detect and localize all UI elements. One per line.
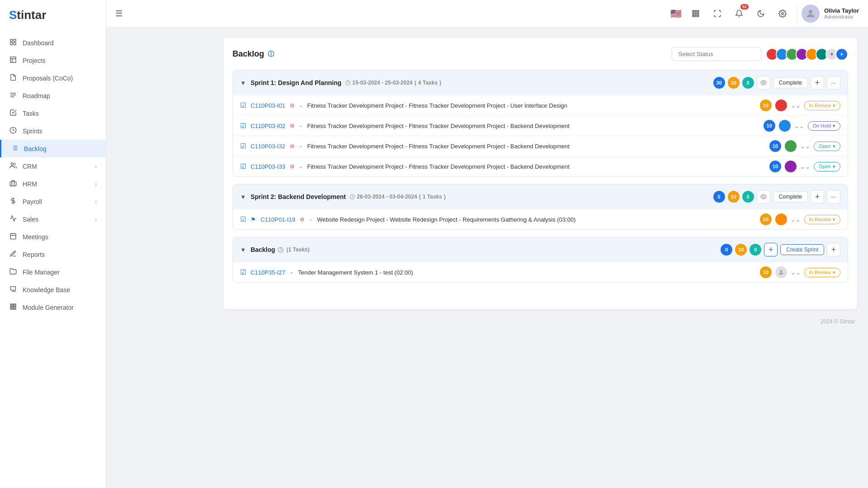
backlog-section-badges: 0 10 0 + Create Sprint + bbox=[721, 243, 840, 256]
task-id-link[interactable]: C110P03-I33 bbox=[251, 163, 285, 170]
task-name: Tender Management System 1 - test (02:00… bbox=[298, 269, 755, 276]
tasks-icon bbox=[9, 109, 17, 118]
sidebar-item-sprints[interactable]: Sprints bbox=[0, 122, 106, 140]
sidebar-item-label: Dashboard bbox=[23, 39, 54, 47]
svg-rect-28 bbox=[695, 10, 696, 12]
payroll-icon bbox=[9, 197, 17, 206]
task-checkbox[interactable]: ☑ bbox=[240, 122, 246, 130]
proposals-icon bbox=[9, 74, 17, 82]
expand-icon[interactable]: ⌄⌄ bbox=[794, 123, 804, 129]
task-checkbox[interactable]: ☑ bbox=[240, 162, 246, 171]
sprint-1-more-button[interactable]: ··· bbox=[827, 76, 840, 90]
sidebar: Stintar Dashboard Projects Proposals (Co… bbox=[0, 0, 106, 488]
sales-icon bbox=[9, 215, 17, 223]
notification-icon-button[interactable]: 52 bbox=[731, 6, 747, 21]
backlog-badge-blue: 0 bbox=[721, 244, 732, 256]
sidebar-item-projects[interactable]: Projects bbox=[0, 52, 106, 69]
task-name: Fitness Tracker Development Project - Fi… bbox=[307, 143, 765, 150]
task-status-badge[interactable]: On Hold ▾ bbox=[808, 121, 840, 131]
task-checkbox[interactable]: ☑ bbox=[240, 101, 246, 109]
task-id-link[interactable]: C110P01-I19 bbox=[261, 216, 295, 223]
sprint-collapse-icon[interactable]: ▼ bbox=[240, 194, 246, 200]
sidebar-item-module-generator[interactable]: Module Generator bbox=[0, 298, 106, 316]
language-flag[interactable]: 🇺🇸 bbox=[670, 8, 682, 19]
backlog-container: Backlog ⓘ + + ▼ bbox=[223, 38, 857, 309]
sidebar-item-label: Reports bbox=[23, 251, 45, 258]
sprint-2-status-button[interactable]: Complete bbox=[773, 191, 808, 202]
task-id-link[interactable]: C110P03-I01 bbox=[251, 102, 285, 109]
expand-icon[interactable]: ⌄⌄ bbox=[791, 102, 801, 109]
sidebar-item-roadmap[interactable]: Roadmap bbox=[0, 87, 106, 104]
sidebar-item-label: Sprints bbox=[23, 128, 43, 135]
sprint-1-add-button[interactable]: + bbox=[811, 76, 824, 90]
sidebar-item-crm[interactable]: CRM › bbox=[0, 157, 106, 175]
sprint-2-eye-button[interactable] bbox=[757, 190, 770, 204]
sidebar-item-reports[interactable]: Reports bbox=[0, 246, 106, 263]
backlog-add-small-button[interactable]: + bbox=[764, 243, 778, 256]
expand-icon[interactable]: ⌄⌄ bbox=[791, 216, 801, 223]
sprint-badge-teal: 0 bbox=[742, 77, 754, 89]
sprint-1-eye-button[interactable] bbox=[757, 76, 770, 90]
backlog-badge-teal: 0 bbox=[749, 244, 761, 256]
user-profile-button[interactable]: Olivia Taylor Administrator bbox=[797, 5, 859, 23]
sidebar-item-dashboard[interactable]: Dashboard bbox=[0, 34, 106, 52]
sprint-2-more-button[interactable]: ··· bbox=[827, 190, 840, 204]
backlog-add-button[interactable]: + bbox=[827, 243, 840, 256]
task-id-link[interactable]: C110P35-I27 bbox=[251, 269, 285, 276]
sidebar-item-file-manager[interactable]: File Manager bbox=[0, 263, 106, 281]
sidebar-item-payroll[interactable]: Payroll › bbox=[0, 193, 106, 210]
task-dash: - bbox=[300, 143, 302, 150]
task-points: 10 bbox=[764, 120, 775, 132]
task-row-right: 10 ⌄⌄ In Review ▾ bbox=[760, 213, 840, 225]
info-icon[interactable]: ⓘ bbox=[268, 50, 274, 58]
sidebar-item-label: CRM bbox=[23, 163, 37, 170]
table-row: ☑ C110P03-I32 ⊖ - Fitness Tracker Develo… bbox=[233, 136, 848, 156]
task-avatar bbox=[785, 161, 797, 172]
sidebar-item-backlog[interactable]: Backlog bbox=[0, 140, 106, 157]
priority-icon: ⊖ bbox=[290, 102, 294, 109]
svg-rect-29 bbox=[697, 10, 699, 12]
task-status-badge[interactable]: Open ▾ bbox=[814, 162, 840, 171]
sidebar-item-hrm[interactable]: HRM › bbox=[0, 175, 106, 193]
svg-rect-25 bbox=[13, 308, 14, 309]
sprint-2-add-button[interactable]: + bbox=[811, 190, 824, 204]
task-dash: - bbox=[300, 163, 302, 170]
sidebar-item-tasks[interactable]: Tasks bbox=[0, 104, 106, 122]
task-checkbox[interactable]: ☑ bbox=[240, 142, 246, 150]
sprint-collapse-icon[interactable]: ▼ bbox=[240, 80, 246, 86]
dashboard-icon bbox=[9, 38, 17, 47]
task-id-link[interactable]: C110P03-I32 bbox=[251, 143, 285, 150]
task-checkbox[interactable]: ☑ bbox=[240, 215, 246, 223]
create-sprint-button[interactable]: Create Sprint bbox=[780, 244, 824, 255]
task-status-badge[interactable]: Open ▾ bbox=[814, 142, 840, 151]
reports-icon bbox=[9, 250, 17, 259]
sidebar-item-sales[interactable]: Sales › bbox=[0, 210, 106, 228]
sidebar-item-meetings[interactable]: Meetings bbox=[0, 228, 106, 246]
expand-icon[interactable]: ⌄⌄ bbox=[791, 269, 801, 276]
task-avatar bbox=[775, 266, 787, 278]
dark-mode-icon-button[interactable] bbox=[753, 6, 768, 21]
task-status-badge[interactable]: In Review ▾ bbox=[804, 268, 840, 277]
sidebar-item-knowledge-base[interactable]: Knowledge Base bbox=[0, 281, 106, 298]
svg-rect-32 bbox=[697, 13, 699, 14]
sprint-1-status-button[interactable]: Complete bbox=[773, 77, 808, 88]
expand-icon[interactable]: ⌄⌄ bbox=[800, 163, 810, 170]
settings-icon-button[interactable] bbox=[775, 6, 790, 21]
task-checkbox[interactable]: ☑ bbox=[240, 268, 246, 276]
svg-rect-3 bbox=[14, 43, 16, 45]
task-status-badge[interactable]: In Review ▾ bbox=[804, 215, 840, 224]
sidebar-item-proposals[interactable]: Proposals (CoCo) bbox=[0, 69, 106, 87]
add-member-button[interactable]: + bbox=[835, 48, 848, 61]
svg-rect-18 bbox=[10, 304, 12, 305]
sidebar-item-label: Knowledge Base bbox=[23, 286, 70, 294]
task-status-badge[interactable]: In Review ▾ bbox=[804, 101, 840, 110]
task-id-link[interactable]: C110P03-I02 bbox=[251, 123, 285, 129]
menu-toggle-icon[interactable]: ☰ bbox=[115, 9, 123, 19]
expand-icon[interactable]: ⌄⌄ bbox=[800, 143, 810, 150]
projects-icon bbox=[9, 56, 17, 65]
apps-icon-button[interactable] bbox=[688, 6, 703, 21]
sidebar-item-label: Payroll bbox=[23, 198, 42, 205]
fullscreen-icon-button[interactable] bbox=[710, 6, 725, 21]
backlog-section-collapse-icon[interactable]: ▼ bbox=[240, 246, 246, 253]
status-select-input[interactable] bbox=[672, 47, 761, 61]
